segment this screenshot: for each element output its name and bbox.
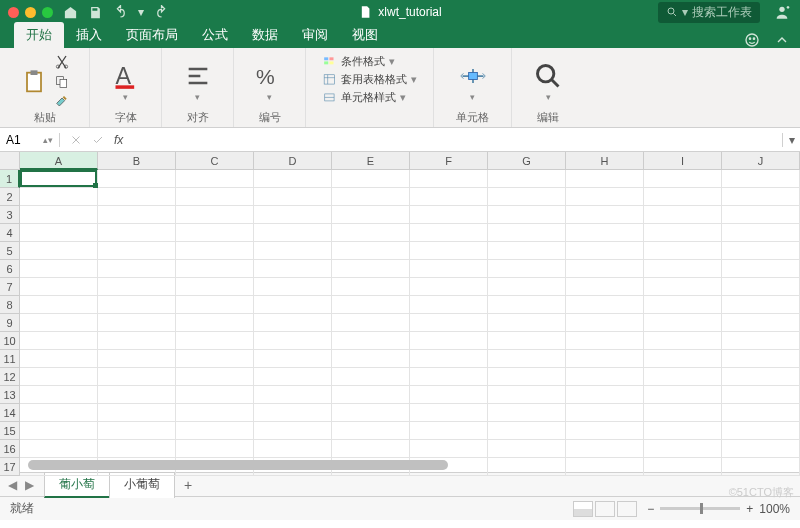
cell[interactable] bbox=[644, 224, 722, 242]
cell[interactable] bbox=[20, 242, 98, 260]
cell[interactable] bbox=[566, 260, 644, 278]
cell[interactable] bbox=[98, 422, 176, 440]
cell[interactable] bbox=[332, 350, 410, 368]
cell[interactable] bbox=[98, 260, 176, 278]
row-header[interactable]: 6 bbox=[0, 260, 20, 278]
col-header[interactable]: C bbox=[176, 152, 254, 170]
align-button[interactable]: ▾ bbox=[184, 62, 212, 102]
row-header[interactable]: 17 bbox=[0, 458, 20, 476]
sheet-next-icon[interactable]: ▶ bbox=[25, 478, 34, 492]
cell[interactable] bbox=[566, 278, 644, 296]
cell[interactable] bbox=[332, 332, 410, 350]
cell[interactable] bbox=[488, 296, 566, 314]
cell[interactable] bbox=[722, 386, 800, 404]
cell[interactable] bbox=[410, 314, 488, 332]
cell[interactable] bbox=[254, 422, 332, 440]
col-header[interactable]: F bbox=[410, 152, 488, 170]
cell[interactable] bbox=[566, 332, 644, 350]
cell[interactable] bbox=[410, 296, 488, 314]
cell[interactable] bbox=[566, 350, 644, 368]
cell[interactable] bbox=[566, 422, 644, 440]
view-normal-icon[interactable] bbox=[573, 501, 593, 517]
cell[interactable] bbox=[410, 350, 488, 368]
cell[interactable] bbox=[254, 206, 332, 224]
cell[interactable] bbox=[644, 188, 722, 206]
row-header[interactable]: 5 bbox=[0, 242, 20, 260]
cell[interactable] bbox=[644, 260, 722, 278]
cell[interactable] bbox=[488, 242, 566, 260]
cell[interactable] bbox=[176, 350, 254, 368]
cell[interactable] bbox=[488, 422, 566, 440]
share-icon[interactable] bbox=[774, 4, 790, 20]
cell[interactable] bbox=[410, 278, 488, 296]
cut-icon[interactable] bbox=[54, 54, 70, 70]
cell[interactable] bbox=[722, 260, 800, 278]
row-header[interactable]: 2 bbox=[0, 188, 20, 206]
cell[interactable] bbox=[20, 332, 98, 350]
cell[interactable] bbox=[20, 296, 98, 314]
cell[interactable] bbox=[644, 170, 722, 188]
cell[interactable] bbox=[176, 260, 254, 278]
cell[interactable] bbox=[98, 404, 176, 422]
cell[interactable] bbox=[644, 350, 722, 368]
cell[interactable] bbox=[176, 440, 254, 458]
col-header[interactable]: G bbox=[488, 152, 566, 170]
cell[interactable] bbox=[98, 188, 176, 206]
cell[interactable] bbox=[98, 278, 176, 296]
cell[interactable] bbox=[644, 404, 722, 422]
tab-6[interactable]: 视图 bbox=[340, 22, 390, 48]
cell[interactable] bbox=[332, 188, 410, 206]
number-button[interactable]: % ▾ bbox=[256, 62, 284, 102]
cell[interactable] bbox=[332, 170, 410, 188]
cell[interactable] bbox=[254, 386, 332, 404]
row-header[interactable]: 9 bbox=[0, 314, 20, 332]
cell[interactable] bbox=[20, 224, 98, 242]
cell[interactable] bbox=[488, 440, 566, 458]
cell[interactable] bbox=[722, 242, 800, 260]
cell[interactable] bbox=[410, 260, 488, 278]
cell[interactable] bbox=[176, 404, 254, 422]
home-icon[interactable] bbox=[63, 5, 78, 20]
cell[interactable] bbox=[20, 188, 98, 206]
cell[interactable] bbox=[722, 422, 800, 440]
view-layout-icon[interactable] bbox=[595, 501, 615, 517]
horizontal-scrollbar[interactable] bbox=[28, 460, 448, 470]
close-window[interactable] bbox=[8, 7, 19, 18]
cell[interactable] bbox=[410, 224, 488, 242]
tab-4[interactable]: 数据 bbox=[240, 22, 290, 48]
cell[interactable] bbox=[410, 440, 488, 458]
cell[interactable] bbox=[98, 224, 176, 242]
collapse-ribbon-icon[interactable] bbox=[774, 32, 790, 48]
cell[interactable] bbox=[20, 206, 98, 224]
cell[interactable] bbox=[722, 332, 800, 350]
cell[interactable] bbox=[488, 278, 566, 296]
tab-2[interactable]: 页面布局 bbox=[114, 22, 190, 48]
cell[interactable] bbox=[254, 278, 332, 296]
cell[interactable] bbox=[566, 296, 644, 314]
cell[interactable] bbox=[566, 440, 644, 458]
cell[interactable] bbox=[254, 314, 332, 332]
cell[interactable] bbox=[20, 278, 98, 296]
cell[interactable] bbox=[98, 386, 176, 404]
cell[interactable] bbox=[566, 314, 644, 332]
cell[interactable] bbox=[176, 170, 254, 188]
col-header[interactable]: A bbox=[20, 152, 98, 170]
sheet-prev-icon[interactable]: ◀ bbox=[8, 478, 17, 492]
cell[interactable] bbox=[254, 242, 332, 260]
cell[interactable] bbox=[332, 296, 410, 314]
cell-button[interactable]: ▾ bbox=[459, 62, 487, 102]
cell[interactable] bbox=[98, 314, 176, 332]
select-all-corner[interactable] bbox=[0, 152, 20, 170]
cell[interactable] bbox=[20, 386, 98, 404]
cell[interactable] bbox=[332, 386, 410, 404]
cell[interactable] bbox=[644, 440, 722, 458]
row-header[interactable]: 8 bbox=[0, 296, 20, 314]
cell[interactable] bbox=[176, 296, 254, 314]
cell[interactable] bbox=[254, 368, 332, 386]
cell[interactable] bbox=[488, 224, 566, 242]
row-header[interactable]: 11 bbox=[0, 350, 20, 368]
cell[interactable] bbox=[20, 368, 98, 386]
tab-5[interactable]: 审阅 bbox=[290, 22, 340, 48]
cell[interactable] bbox=[20, 170, 98, 188]
paste-button[interactable] bbox=[20, 68, 48, 96]
